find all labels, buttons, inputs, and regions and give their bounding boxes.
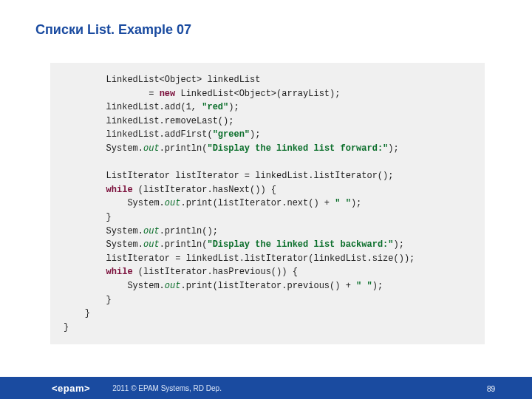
- code-text: (listIterator.hasNext()) {: [133, 185, 276, 195]
- code-text: .println(: [160, 239, 208, 250]
- code-text: .println();: [160, 226, 218, 236]
- code-line: }: [64, 322, 69, 332]
- code-text: System.: [106, 239, 143, 250]
- copyright-text: 2011 © EPAM Systems, RD Dep.: [112, 384, 222, 392]
- code-text: );: [388, 143, 398, 154]
- code-text: LinkedList<Object>(arrayList);: [175, 89, 340, 99]
- code-text: .print(listIterator.next() +: [180, 198, 335, 208]
- field: out: [165, 281, 181, 291]
- code-line: }: [85, 308, 90, 318]
- field: out: [143, 239, 160, 250]
- code-text: System.: [106, 226, 143, 236]
- field: out: [143, 143, 160, 154]
- code-line: LinkedList<Object> linkedList: [106, 75, 261, 85]
- field: out: [165, 198, 181, 208]
- code-text: );: [394, 239, 404, 250]
- code-line: =: [106, 89, 160, 99]
- footer-bar: <epam> 2011 © EPAM Systems, RD Dep. 89: [0, 377, 532, 399]
- code-line: listIterator = linkedList.listIterator(l…: [106, 253, 415, 264]
- code-text: System.: [106, 281, 165, 291]
- keyword: while: [106, 185, 133, 195]
- code-line: }: [106, 212, 112, 222]
- code-text: linkedList.addFirst(: [106, 129, 213, 140]
- keyword: while: [106, 267, 133, 277]
- string-literal: "Display the linked list forward:": [207, 143, 388, 154]
- slide-title: Списки List. Example 07: [35, 22, 191, 38]
- string-literal: " ": [335, 198, 351, 208]
- code-text: System.: [106, 198, 165, 208]
- code-text: );: [250, 129, 260, 140]
- code-text: .print(listIterator.previous() +: [180, 281, 356, 291]
- code-text: );: [351, 198, 361, 208]
- code-line: }: [106, 295, 112, 305]
- string-literal: "Display the linked list backward:": [207, 239, 393, 250]
- page-number: 89: [487, 385, 495, 393]
- code-text: System.: [106, 143, 143, 154]
- code-block: LinkedList<Object> linkedList = new Link…: [50, 63, 485, 344]
- code-line: linkedList.removeLast();: [106, 116, 234, 126]
- string-literal: "green": [213, 129, 250, 140]
- code-text: linkedList.add(1,: [106, 102, 202, 112]
- code-text: );: [372, 281, 383, 291]
- code-text: .println(: [160, 143, 208, 154]
- string-literal: " ": [356, 281, 372, 291]
- epam-logo: <epam>: [52, 383, 90, 394]
- code-text: );: [228, 102, 239, 112]
- keyword: new: [160, 89, 176, 99]
- field: out: [143, 226, 160, 236]
- string-literal: "red": [202, 102, 228, 112]
- code-text: (listIterator.hasPrevious()) {: [133, 267, 298, 277]
- code-line: ListIterator listIterator = linkedList.l…: [106, 171, 394, 181]
